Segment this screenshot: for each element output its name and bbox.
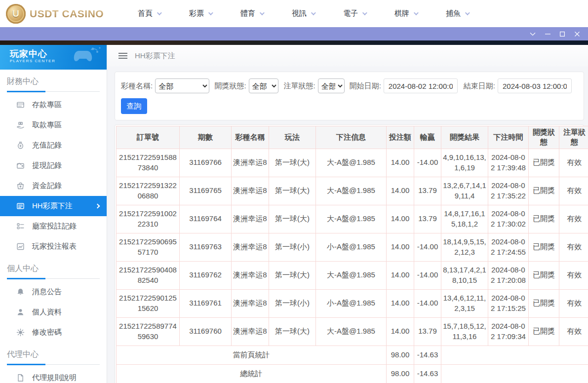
list-icon — [16, 222, 25, 230]
sidebar-item-label: 修改密碼 — [32, 328, 62, 337]
end-date-label: 結束日期: — [464, 81, 495, 91]
sidebar-item[interactable]: 充值記錄 — [0, 135, 107, 155]
order-status-cell: 有效 — [559, 177, 588, 205]
bets-table-panel: 訂單號期數彩種名稱玩法下注信息投注額輸贏開獎結果下注時間開獎狀態注單狀態 215… — [115, 124, 584, 383]
summary-label: 總統計 — [117, 364, 387, 383]
nav-item[interactable]: 首頁 — [138, 9, 160, 18]
draw-status-cell: 已開獎 — [529, 289, 559, 317]
sidebar-item[interactable]: 修改密碼 — [0, 322, 107, 343]
play-type-cell: 第一球(大) — [269, 261, 316, 289]
search-button[interactable]: 查詢 — [121, 98, 147, 114]
bet-amount-cell: 14.00 — [387, 177, 414, 205]
purse-icon — [16, 182, 25, 190]
nav-item[interactable]: 體育 — [240, 9, 263, 18]
collapse-chevron-icon[interactable] — [527, 29, 539, 39]
draw-result-cell: 13,4,6,12,11,2,3,15 — [441, 289, 488, 317]
nav-item-label: 彩票 — [189, 9, 204, 18]
sidebar-section: 代理中心 代理規則說明 — [0, 349, 107, 383]
bet-time-cell: 2024-08-02 17:20:08 — [488, 261, 529, 289]
sidebar-item-label: 充值記錄 — [32, 141, 62, 150]
nav-item[interactable]: 彩票 — [189, 9, 212, 18]
draw-result-cell: 8,13,17,4,2,18,10,15 — [441, 261, 488, 289]
nav-item-label: 電子 — [343, 9, 358, 18]
bet-amount-cell: 14.00 — [387, 149, 414, 177]
win-loss-cell: -14.00 — [414, 149, 441, 177]
draw-status-cell: 已開獎 — [529, 233, 559, 261]
nav-item[interactable]: 棋牌 — [394, 9, 417, 18]
sidebar-item[interactable]: 存款專區 — [0, 95, 107, 115]
bet-time-cell: 2024-08-02 17:24:55 — [488, 233, 529, 261]
period-cell: 31169763 — [180, 233, 232, 261]
sidebar-item[interactable]: 個人資料 — [0, 302, 107, 322]
sidebar-item[interactable]: HH彩票下注 — [0, 196, 107, 216]
start-date-input[interactable] — [384, 78, 458, 93]
draw-status-cell: 已開獎 — [529, 205, 559, 233]
column-header: 期數 — [180, 126, 232, 149]
lottery-name-cell: 澳洲幸运8 — [232, 205, 269, 233]
summary-bet-amount: 98.00 — [387, 345, 414, 364]
coin-logo-icon: U — [6, 4, 26, 24]
bet-amount-cell: 14.00 — [387, 205, 414, 233]
chevron-down-icon — [208, 10, 213, 15]
close-icon[interactable] — [571, 29, 583, 39]
maximize-icon[interactable] — [556, 29, 568, 39]
summary-row: 總統計98.00-14.63 — [117, 364, 588, 383]
nav-item-label: 視訊 — [292, 9, 307, 18]
end-date-input[interactable] — [498, 78, 572, 93]
column-header: 投注額 — [387, 126, 414, 149]
gamepad-decoration-icon — [69, 47, 102, 68]
lottery-name-select[interactable]: 全部 — [155, 78, 209, 93]
summary-bet-amount: 98.00 — [387, 364, 414, 383]
nav-item-label: 捕魚 — [446, 9, 461, 18]
filter-panel: 彩種名稱: 全部 開獎狀態: 全部 注單狀態: 全部 開始日期: 結束日期: — [115, 72, 584, 120]
draw-result-cell: 15,7,18,5,12,11,3,16 — [441, 317, 488, 345]
sidebar-item[interactable]: 玩家投注報表 — [0, 236, 107, 257]
order-status-select[interactable]: 全部 — [318, 78, 345, 93]
minimize-icon[interactable] — [542, 29, 553, 39]
sidebar-item[interactable]: 取款專區 — [0, 115, 107, 135]
decorative-dark-strip — [0, 40, 588, 45]
sidebar-item-label: 資金記錄 — [32, 181, 62, 191]
sidebar-item[interactable]: 廳室投註記錄 — [0, 216, 107, 236]
lottery-name-cell: 澳洲幸运8 — [232, 289, 269, 317]
play-type-cell: 第一球(大) — [269, 177, 316, 205]
draw-status-cell: 已開獎 — [529, 149, 559, 177]
nav-item[interactable]: 電子 — [343, 9, 366, 18]
play-type-cell: 第一球(大) — [269, 317, 316, 345]
table-row: 215217225897745963031169760澳洲幸运8第一球(大)大-… — [117, 317, 588, 345]
column-header: 訂單號 — [117, 126, 180, 149]
lottery-name-label: 彩種名稱: — [121, 81, 153, 91]
order-status-cell: 有效 — [559, 289, 588, 317]
sidebar-section-title: 財務中心 — [0, 77, 107, 87]
table-row: 215217225915887384031169766澳洲幸运8第一球(大)大-… — [117, 149, 588, 177]
column-header: 開獎結果 — [441, 126, 488, 149]
sidebar-header: 玩家中心 PLAYERS CENTER — [0, 45, 107, 70]
nav-item[interactable]: 視訊 — [292, 9, 314, 18]
bets-table: 訂單號期數彩種名稱玩法下注信息投注額輸贏開獎結果下注時間開獎狀態注單狀態 215… — [116, 126, 588, 383]
period-cell: 31169760 — [180, 317, 232, 345]
order-status-cell: 有效 — [559, 233, 588, 261]
sidebar-item[interactable]: 資金記錄 — [0, 176, 107, 196]
summary-row: 當前頁統計98.00-14.63 — [117, 345, 588, 364]
main-topbar: HH彩票下注 — [107, 45, 588, 67]
sidebar-item-label: HH彩票下注 — [32, 201, 73, 211]
deposit-card-icon — [16, 101, 25, 109]
ticket-list-icon — [16, 202, 25, 210]
sidebar-item[interactable]: 消息公告 — [0, 282, 107, 302]
section-underline — [7, 91, 100, 92]
sidebar-item[interactable]: 代理規則說明 — [0, 368, 107, 383]
lottery-name-cell: 澳洲幸运8 — [232, 149, 269, 177]
order-no-cell: 2152172259069557170 — [117, 233, 180, 261]
lottery-name-cell: 澳洲幸运8 — [232, 261, 269, 289]
nav-item[interactable]: 捕魚 — [446, 9, 469, 18]
order-status-label: 注單狀態: — [283, 81, 315, 91]
draw-status-select[interactable]: 全部 — [249, 78, 279, 93]
sidebar-item-label: 代理規則說明 — [32, 373, 77, 383]
win-loss-cell: 13.79 — [414, 177, 441, 205]
hamburger-menu-icon[interactable] — [118, 51, 127, 60]
sidebar-item[interactable]: 提現記錄 — [0, 155, 107, 176]
document-icon — [16, 374, 25, 382]
win-loss-cell: 13.79 — [414, 317, 441, 345]
nav-item-label: 棋牌 — [394, 9, 409, 18]
period-cell: 31169764 — [180, 205, 232, 233]
